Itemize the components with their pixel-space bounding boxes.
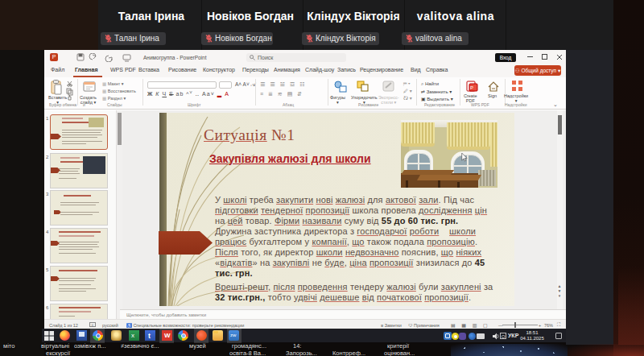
- svg-text:P: P: [470, 85, 473, 90]
